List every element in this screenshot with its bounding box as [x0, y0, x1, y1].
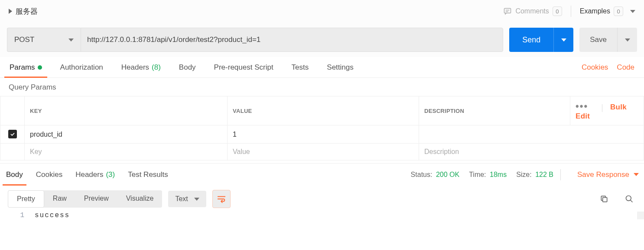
separator	[571, 6, 571, 17]
resp-tab-body[interactable]: Body	[5, 163, 24, 186]
content-type-select[interactable]: Text	[168, 191, 206, 207]
comments-count: 0	[553, 6, 562, 16]
send-button-group: Send	[509, 28, 573, 52]
time-label: Time:	[469, 171, 486, 178]
check-icon	[10, 131, 16, 137]
tab-params-label: Params	[10, 63, 35, 72]
wrap-lines-button[interactable]	[212, 190, 231, 208]
request-tab-title[interactable]: 服务器	[9, 6, 38, 16]
line-number: 1	[0, 212, 35, 219]
save-options-button[interactable]	[617, 28, 637, 52]
tab-authorization[interactable]: Authorization	[60, 57, 103, 77]
size-meta: Size: 122 B	[516, 171, 553, 179]
col-description-header: DESCRIPTION	[419, 96, 570, 125]
param-value-cell[interactable]: 1	[228, 125, 419, 144]
copy-icon	[600, 195, 608, 203]
separator	[602, 104, 602, 112]
view-preview[interactable]: Preview	[75, 190, 117, 208]
url-value: http://127.0.0.1:8781/api/v1/order/test2…	[87, 35, 260, 44]
tab-title-text: 服务器	[16, 6, 38, 16]
svg-line-6	[631, 200, 633, 202]
url-input[interactable]: http://127.0.0.1:8781/api/v1/order/test2…	[81, 28, 503, 52]
svg-rect-4	[603, 198, 607, 202]
size-value: 122 B	[535, 171, 553, 178]
response-format-bar: Pretty Raw Preview Visualize Text	[0, 186, 644, 210]
chevron-down-icon	[634, 173, 639, 176]
send-button[interactable]: Send	[509, 28, 553, 52]
status-label: Status:	[411, 171, 433, 178]
response-tabs: Body Cookies Headers (3) Test Results St…	[0, 163, 644, 186]
size-label: Size:	[516, 171, 532, 178]
comments-label: Comments	[515, 7, 549, 15]
examples-button[interactable]: Examples 0	[580, 6, 635, 16]
resp-tab-test-results[interactable]: Test Results	[127, 163, 169, 186]
tab-header: 服务器 Comments 0 Examples 0	[0, 0, 644, 22]
tab-pre-request-script[interactable]: Pre-request Script	[214, 57, 273, 77]
response-line-content[interactable]: success	[35, 212, 644, 219]
http-method-select[interactable]: POST	[7, 28, 81, 52]
status-value: 200 OK	[436, 171, 459, 178]
col-actions-header: ••• Bulk Edit	[570, 96, 644, 125]
send-options-button[interactable]	[553, 28, 573, 52]
comments-button[interactable]: Comments 0	[503, 6, 562, 16]
examples-label: Examples	[580, 7, 610, 15]
content-type-value: Text	[175, 195, 188, 203]
save-response-button[interactable]: Save Response	[577, 170, 639, 179]
param-row-empty[interactable]: Key Value Description	[0, 144, 644, 160]
expand-icon	[9, 9, 12, 14]
tab-settings[interactable]: Settings	[327, 57, 353, 77]
copy-response-button[interactable]	[597, 192, 611, 206]
view-pretty[interactable]: Pretty	[8, 190, 44, 208]
status-meta: Status: 200 OK	[411, 171, 460, 179]
save-button[interactable]: Save	[579, 28, 617, 52]
param-description-cell[interactable]	[419, 125, 644, 144]
query-params-table: KEY VALUE DESCRIPTION ••• Bulk Edit prod…	[0, 96, 644, 160]
svg-rect-0	[504, 8, 511, 13]
time-meta: Time: 18ms	[469, 171, 507, 179]
separator	[560, 169, 561, 180]
time-value: 18ms	[490, 171, 507, 178]
search-response-button[interactable]	[622, 192, 636, 206]
method-url-group: POST http://127.0.0.1:8781/api/v1/order/…	[7, 28, 503, 52]
svg-point-5	[626, 196, 631, 201]
param-row[interactable]: product_id 1	[0, 125, 644, 144]
param-value-placeholder[interactable]: Value	[228, 144, 419, 160]
row-checkbox[interactable]	[8, 130, 17, 138]
chevron-down-icon	[630, 10, 635, 13]
examples-count: 0	[614, 6, 623, 16]
tab-headers[interactable]: Headers (8)	[121, 57, 161, 77]
code-link[interactable]: Code	[617, 63, 634, 72]
tab-tests[interactable]: Tests	[292, 57, 309, 77]
chevron-down-icon	[194, 198, 199, 201]
view-mode-segmented: Pretty Raw Preview Visualize	[8, 190, 162, 208]
save-button-group: Save	[579, 28, 637, 52]
request-row: POST http://127.0.0.1:8781/api/v1/order/…	[0, 22, 644, 57]
response-body: 1 success	[0, 210, 644, 224]
tab-body[interactable]: Body	[179, 57, 196, 77]
tab-headers-label: Headers	[121, 63, 149, 72]
search-icon	[625, 195, 634, 203]
col-key-header: KEY	[25, 96, 228, 125]
response-headers-count: (3)	[106, 170, 115, 179]
headers-count: (8)	[152, 63, 161, 72]
save-response-label: Save Response	[577, 170, 629, 179]
cookies-link[interactable]: Cookies	[582, 63, 608, 72]
resp-tab-headers[interactable]: Headers (3)	[75, 163, 116, 186]
tab-params[interactable]: Params	[10, 57, 42, 77]
wrap-icon	[217, 194, 226, 204]
comment-icon	[503, 7, 512, 16]
query-params-title: Query Params	[0, 78, 644, 96]
more-options-icon[interactable]: •••	[576, 101, 588, 112]
chevron-down-icon	[561, 38, 566, 42]
chevron-down-icon	[68, 38, 74, 42]
param-key-cell[interactable]: product_id	[25, 125, 228, 144]
view-raw[interactable]: Raw	[44, 190, 75, 208]
request-tabs: Params Authorization Headers (8) Body Pr…	[0, 57, 644, 78]
resp-tab-cookies[interactable]: Cookies	[35, 163, 63, 186]
param-key-placeholder[interactable]: Key	[25, 144, 228, 160]
param-description-placeholder[interactable]: Description	[419, 144, 644, 160]
http-method-value: POST	[14, 35, 34, 44]
col-value-header: VALUE	[228, 96, 419, 125]
view-visualize[interactable]: Visualize	[117, 190, 163, 208]
chevron-down-icon	[625, 38, 630, 42]
